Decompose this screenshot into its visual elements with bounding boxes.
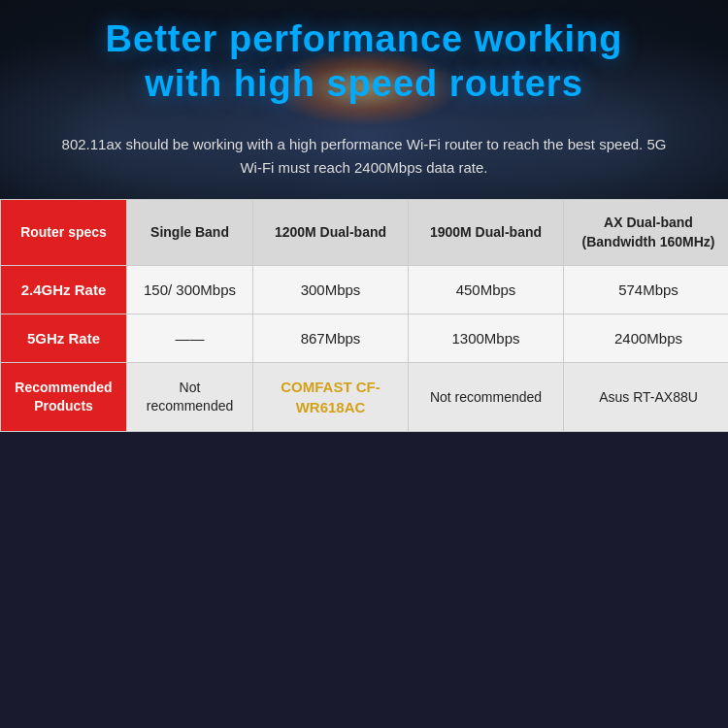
row-5ghz-col2: 867Mbps — [253, 314, 409, 363]
row-24ghz: 2.4GHz Rate 150/ 300Mbps 300Mbps 450Mbps… — [1, 266, 729, 314]
table-section: Router specs Single Band 1200M Dual-band… — [0, 199, 728, 432]
row-5ghz-col3: 1300Mbps — [409, 314, 564, 363]
col2-header: 1200M Dual-band — [253, 200, 409, 266]
row-rec-col4: Asus RT-AX88U — [564, 363, 729, 432]
col3-header: 1900M Dual-band — [409, 200, 564, 266]
row-5ghz-col4: 2400Mbps — [564, 314, 729, 363]
row-5ghz-label: 5GHz Rate — [1, 314, 127, 363]
row-24ghz-col3: 450Mbps — [409, 266, 564, 314]
main-title: Better performance working with high spe… — [39, 17, 689, 106]
row-rec-col1: Not recommended — [127, 363, 253, 432]
comparison-table: Router specs Single Band 1200M Dual-band… — [0, 199, 728, 432]
row-rec-col3: Not recommended — [409, 363, 564, 432]
content-area: Better performance working with high spe… — [0, 0, 728, 432]
description-text: 802.11ax should be working with a high p… — [58, 133, 670, 180]
row-rec-label: Recommended Products — [1, 363, 127, 432]
row-5ghz-col1: —— — [127, 314, 253, 363]
spec-header: Router specs — [1, 200, 127, 266]
page-wrapper: Better performance working with high spe… — [0, 0, 728, 728]
header-row: Router specs Single Band 1200M Dual-band… — [1, 200, 729, 266]
row-24ghz-col2: 300Mbps — [253, 266, 409, 314]
title-section: Better performance working with high spe… — [0, 0, 728, 117]
row-24ghz-col1: 150/ 300Mbps — [127, 266, 253, 314]
col1-header: Single Band — [127, 200, 253, 266]
title-line1: Better performance working — [39, 17, 689, 62]
col4-header: AX Dual-band (Bandwidth 160MHz) — [564, 200, 729, 266]
row-rec-col2: COMFAST CF-WR618AC — [253, 363, 409, 432]
row-5ghz: 5GHz Rate —— 867Mbps 1300Mbps 2400Mbps — [1, 314, 729, 363]
row-24ghz-label: 2.4GHz Rate — [1, 266, 127, 314]
row-recommended: Recommended Products Not recommended COM… — [1, 363, 729, 432]
title-line2: with high speed routers — [39, 62, 689, 107]
subtitle-section: 802.11ax should be working with a high p… — [0, 117, 728, 199]
row-24ghz-col4: 574Mbps — [564, 266, 729, 314]
